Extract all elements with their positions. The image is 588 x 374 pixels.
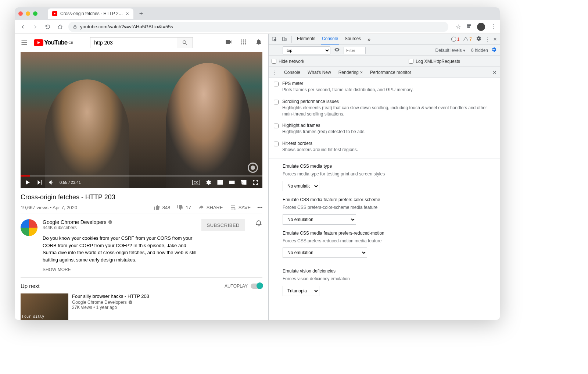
color-scheme-select[interactable]: No emulation — [283, 214, 356, 225]
close-tab-icon[interactable]: × — [126, 11, 129, 17]
youtube-logo[interactable]: YouTube GB — [34, 39, 73, 46]
next-button[interactable] — [36, 179, 43, 186]
devtools-menu-icon[interactable]: ⋮ — [485, 37, 490, 42]
video-primary: 0:55 / 23:41 CC Cross-origin fetches - H… — [15, 52, 268, 320]
more-tabs-icon[interactable]: » — [367, 34, 371, 45]
hide-network-checkbox[interactable]: Hide network — [272, 59, 304, 64]
notification-bell-icon[interactable] — [255, 219, 262, 272]
masthead-icons — [225, 38, 262, 47]
drawer-tab-perfmon[interactable]: Performance monitor — [370, 70, 411, 75]
close-window-button[interactable] — [18, 11, 23, 16]
share-button[interactable]: SHARE — [198, 204, 223, 211]
show-more-button[interactable]: SHOW MORE — [43, 267, 196, 272]
video-views-date: 19,667 views • Apr 7, 2020 — [21, 205, 77, 210]
rendering-panel: FPS meter Plots frames per second, frame… — [269, 78, 500, 320]
reload-button[interactable] — [43, 22, 52, 31]
drawer-close-icon[interactable]: ✕ — [492, 70, 497, 75]
notifications-icon[interactable] — [255, 38, 262, 47]
settings-icon[interactable] — [476, 36, 481, 43]
profile-avatar[interactable] — [477, 23, 485, 31]
settings-button[interactable] — [205, 179, 212, 186]
more-actions-button[interactable]: ••• — [257, 205, 262, 210]
channel-row: Google Chrome Developers 444K subscriber… — [21, 214, 262, 278]
youtube-play-icon — [34, 39, 43, 46]
search-button[interactable] — [177, 37, 193, 48]
search-input[interactable] — [90, 37, 177, 48]
tab-sources[interactable]: Sources — [344, 34, 362, 45]
verified-icon — [128, 300, 133, 304]
media-type-select[interactable]: No emulation — [283, 181, 319, 191]
cast-button[interactable] — [240, 179, 247, 186]
devtools-toolbar-right: 1 7 ⋮ ✕ — [451, 36, 497, 43]
minimize-window-button[interactable] — [26, 11, 30, 16]
back-button[interactable] — [18, 22, 27, 31]
context-select[interactable]: top — [283, 46, 330, 54]
captions-button[interactable]: CC — [192, 180, 200, 185]
extensions-icon[interactable] — [466, 23, 472, 31]
drawer-tab-console[interactable]: Console — [284, 70, 300, 75]
svg-rect-3 — [467, 26, 468, 28]
inspect-icon[interactable] — [272, 36, 277, 42]
new-tab-button[interactable]: + — [139, 10, 143, 18]
home-button[interactable] — [56, 22, 65, 31]
forward-button[interactable] — [31, 22, 40, 31]
subscriber-count: 444K subscribers — [43, 225, 196, 230]
channel-avatar[interactable] — [21, 219, 37, 236]
chrome-menu-icon[interactable]: ⋮ — [490, 23, 496, 30]
option-scrolling-perf: Scrolling performance issues Highlights … — [269, 96, 500, 120]
drawer-tab-whatsnew[interactable]: What's New — [308, 70, 331, 75]
fps-checkbox[interactable] — [274, 82, 279, 86]
hittest-checkbox[interactable] — [274, 142, 279, 146]
error-count[interactable]: 1 — [451, 36, 460, 42]
log-xhr-checkbox[interactable]: Log XMLHttpRequests — [409, 59, 460, 64]
like-button[interactable]: 848 — [154, 204, 171, 211]
scroll-checkbox[interactable] — [274, 100, 279, 104]
svg-point-7 — [243, 40, 244, 41]
lock-icon — [73, 25, 77, 29]
dislike-button[interactable]: 17 — [177, 204, 191, 211]
hamburger-icon[interactable] — [21, 39, 28, 46]
suggestion-item[interactable]: Four silly Four silly browser hacks - HT… — [21, 293, 262, 320]
player-controls: 0:55 / 23:41 CC — [21, 177, 262, 188]
svg-point-13 — [243, 43, 244, 44]
play-button[interactable] — [24, 179, 31, 186]
tab-console[interactable]: Console — [321, 34, 339, 45]
video-player[interactable]: 0:55 / 23:41 CC — [21, 52, 262, 188]
create-icon[interactable] — [225, 38, 232, 47]
miniplayer-button[interactable] — [217, 179, 223, 186]
warning-count[interactable]: 7 — [463, 36, 472, 42]
device-mode-icon[interactable] — [282, 36, 287, 42]
hidden-count[interactable]: 6 hidden — [471, 48, 488, 53]
browser-tab[interactable]: Cross-origin fetches - HTTP 2… × — [48, 8, 133, 19]
apps-icon[interactable] — [240, 39, 247, 47]
live-expression-icon[interactable] — [334, 47, 340, 54]
person-left — [45, 79, 129, 188]
star-icon[interactable]: ☆ — [456, 23, 461, 30]
channel-name[interactable]: Google Chrome Developers — [43, 219, 196, 225]
video-frame — [21, 52, 262, 188]
drawer-menu-icon[interactable]: ⋮ — [272, 70, 277, 75]
console-settings-icon[interactable] — [491, 47, 497, 54]
reduced-motion-select[interactable]: No emulation — [283, 247, 367, 258]
toggle-switch[interactable] — [251, 284, 262, 289]
log-levels-select[interactable]: Default levels ▾ — [435, 48, 465, 53]
tab-elements[interactable]: Elements — [296, 34, 316, 45]
filter-input[interactable] — [344, 47, 366, 54]
devtools-close-icon[interactable]: ✕ — [493, 37, 497, 42]
save-button[interactable]: SAVE — [230, 204, 251, 211]
svg-point-12 — [241, 43, 242, 44]
omnibox[interactable]: youtube.com/watch?v=vfAHa5GBLio&t=55s — [68, 22, 448, 32]
fullscreen-button[interactable] — [252, 179, 259, 186]
close-tab-icon[interactable]: × — [360, 70, 363, 75]
theater-button[interactable] — [229, 179, 235, 186]
vision-select[interactable]: Tritanopia — [283, 286, 319, 296]
zoom-window-button[interactable] — [33, 11, 37, 16]
subscribe-button[interactable]: SUBSCRIBED — [201, 219, 245, 231]
svg-rect-0 — [467, 25, 468, 26]
autoplay-toggle[interactable]: AUTOPLAY — [225, 284, 262, 289]
drawer-tab-rendering[interactable]: Rendering × — [338, 70, 363, 75]
option-color-scheme: Emulate CSS media feature prefers-color-… — [269, 194, 500, 228]
volume-button[interactable] — [48, 179, 54, 186]
ads-checkbox[interactable] — [274, 124, 279, 128]
svg-point-8 — [245, 40, 246, 41]
